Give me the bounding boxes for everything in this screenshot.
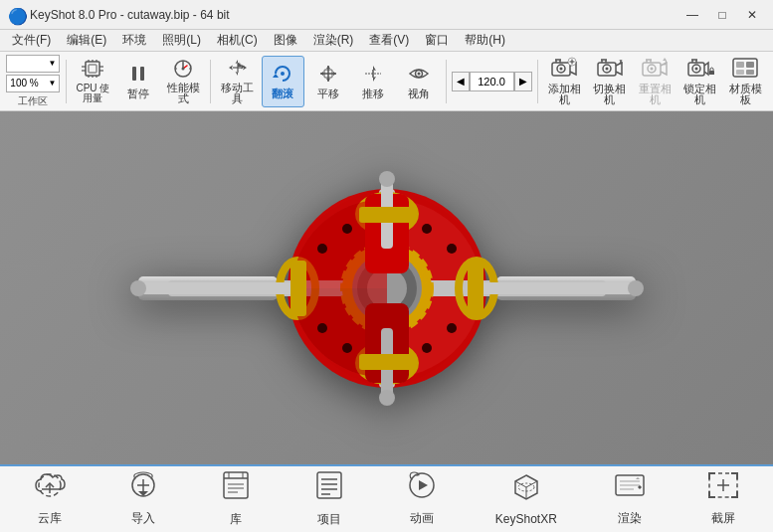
svg-rect-112 bbox=[477, 282, 636, 294]
cloud-icon bbox=[34, 471, 66, 506]
window-controls[interactable]: — □ ✕ bbox=[679, 5, 765, 25]
keyshotxr-button[interactable]: KeyShotXR bbox=[485, 469, 567, 530]
title-bar: 🔵 KeyShot 8.0 Pro - cutaway.bip - 64 bit… bbox=[0, 0, 773, 30]
menu-render[interactable]: 渲染(R) bbox=[305, 30, 362, 51]
svg-rect-111 bbox=[138, 282, 297, 294]
import-button[interactable]: 导入 bbox=[113, 467, 173, 531]
reset-camera-icon bbox=[641, 57, 669, 82]
camera-value-control[interactable]: ◀ ▶ bbox=[452, 72, 532, 91]
switch-camera-label: 切换相机 bbox=[589, 84, 631, 105]
workspace-label: 工作区 bbox=[18, 94, 48, 108]
app-icon: 🔵 bbox=[8, 7, 24, 23]
move-icon bbox=[227, 58, 249, 81]
menu-view[interactable]: 查看(V) bbox=[361, 30, 417, 51]
cpu-icon bbox=[81, 59, 104, 82]
camera-value-section: ◀ ▶ bbox=[452, 72, 532, 91]
svg-point-63 bbox=[651, 68, 654, 71]
svg-rect-1 bbox=[89, 65, 97, 73]
render-button[interactable]: 渲染 bbox=[600, 467, 660, 531]
reset-camera-button[interactable]: 重置相机 bbox=[633, 56, 676, 107]
svg-rect-120 bbox=[359, 354, 415, 370]
camera-next-button[interactable]: ▶ bbox=[514, 72, 532, 91]
switch-camera-icon bbox=[596, 57, 624, 82]
svg-point-100 bbox=[317, 323, 327, 333]
svg-point-45 bbox=[417, 72, 420, 75]
animation-button[interactable]: 动画 bbox=[392, 467, 452, 531]
model-svg bbox=[108, 139, 666, 438]
menu-camera[interactable]: 相机(C) bbox=[209, 30, 266, 51]
view-icon bbox=[408, 64, 430, 87]
close-button[interactable]: ✕ bbox=[739, 5, 765, 25]
title-bar-left: 🔵 KeyShot 8.0 Pro - cutaway.bip - 64 bit bbox=[8, 7, 230, 23]
menu-edit[interactable]: 编辑(E) bbox=[59, 30, 114, 51]
push-button[interactable]: 推移 bbox=[352, 56, 396, 107]
cloud-button[interactable]: 云库 bbox=[20, 467, 80, 531]
pause-button[interactable]: 暂停 bbox=[116, 56, 160, 107]
svg-rect-77 bbox=[746, 62, 754, 68]
camera-value-input[interactable] bbox=[470, 72, 514, 91]
menu-window[interactable]: 窗口 bbox=[417, 30, 457, 51]
library-icon bbox=[222, 470, 250, 507]
pause-icon bbox=[128, 64, 148, 87]
menu-image[interactable]: 图像 bbox=[266, 30, 305, 51]
switch-camera-button[interactable]: 切换相机 bbox=[588, 56, 632, 107]
svg-point-114 bbox=[628, 280, 644, 296]
svg-point-70 bbox=[694, 68, 697, 71]
move-tool-button[interactable]: 移动工具 bbox=[216, 56, 260, 107]
svg-rect-128 bbox=[224, 472, 248, 498]
rotate-icon bbox=[272, 64, 293, 87]
add-camera-icon bbox=[550, 57, 578, 82]
svg-rect-74 bbox=[709, 71, 714, 75]
workspace-dropdown[interactable]: ▼ bbox=[6, 55, 60, 73]
maximize-button[interactable]: □ bbox=[709, 5, 735, 25]
pan-button[interactable]: 平移 bbox=[306, 56, 350, 107]
svg-rect-118 bbox=[468, 261, 483, 316]
svg-point-113 bbox=[130, 280, 146, 296]
view-button[interactable]: 视角 bbox=[397, 56, 441, 107]
menu-environment[interactable]: 环境 bbox=[114, 30, 154, 51]
svg-marker-28 bbox=[243, 66, 247, 71]
library-label: 库 bbox=[230, 511, 242, 528]
svg-point-30 bbox=[281, 72, 285, 76]
cpu-button[interactable]: CPU 使用量 bbox=[72, 56, 115, 107]
viewport[interactable] bbox=[0, 111, 773, 464]
zoom-input[interactable]: 100 % ▼ bbox=[6, 75, 60, 92]
bottom-bar: 云库 导入 库 bbox=[0, 464, 773, 532]
pan-icon bbox=[317, 64, 339, 87]
project-button[interactable]: 项目 bbox=[299, 466, 359, 532]
svg-rect-76 bbox=[736, 62, 744, 68]
svg-point-106 bbox=[422, 343, 432, 353]
screenshot-button[interactable]: 截屏 bbox=[693, 467, 753, 531]
menu-help[interactable]: 帮助(H) bbox=[457, 30, 513, 51]
lock-camera-button[interactable]: 锁定相机 bbox=[678, 56, 722, 107]
camera-prev-button[interactable]: ◀ bbox=[452, 72, 470, 91]
animation-icon bbox=[406, 471, 438, 506]
material-button[interactable]: 材质模板 bbox=[723, 56, 767, 107]
svg-point-104 bbox=[422, 224, 432, 234]
lock-camera-icon bbox=[686, 57, 714, 82]
reset-camera-label: 重置相机 bbox=[634, 84, 676, 105]
material-label: 材质模板 bbox=[724, 84, 766, 105]
svg-marker-35 bbox=[320, 72, 323, 76]
performance-button[interactable]: 性能模式 bbox=[162, 56, 206, 107]
animation-label: 动画 bbox=[410, 510, 434, 527]
library-button[interactable]: 库 bbox=[206, 466, 266, 532]
svg-point-101 bbox=[447, 244, 457, 254]
import-label: 导入 bbox=[131, 510, 155, 527]
svg-marker-33 bbox=[326, 66, 330, 69]
svg-point-116 bbox=[379, 390, 395, 406]
performance-label: 性能模式 bbox=[163, 83, 205, 104]
minimize-button[interactable]: — bbox=[679, 5, 705, 25]
svg-point-48 bbox=[560, 68, 563, 71]
svg-rect-0 bbox=[86, 62, 99, 76]
rotate-button[interactable]: 翻滚 bbox=[262, 56, 305, 107]
cpu-label: CPU 使用量 bbox=[73, 84, 114, 103]
menu-lighting[interactable]: 照明(L) bbox=[154, 30, 209, 51]
rotate-label: 翻滚 bbox=[272, 89, 293, 99]
svg-marker-141 bbox=[419, 480, 428, 490]
view-label: 视角 bbox=[408, 89, 430, 99]
menu-file[interactable]: 文件(F) bbox=[4, 30, 59, 51]
svg-point-105 bbox=[342, 343, 352, 353]
render-label: 渲染 bbox=[618, 510, 642, 527]
add-camera-button[interactable]: 添加相机 bbox=[542, 56, 586, 107]
